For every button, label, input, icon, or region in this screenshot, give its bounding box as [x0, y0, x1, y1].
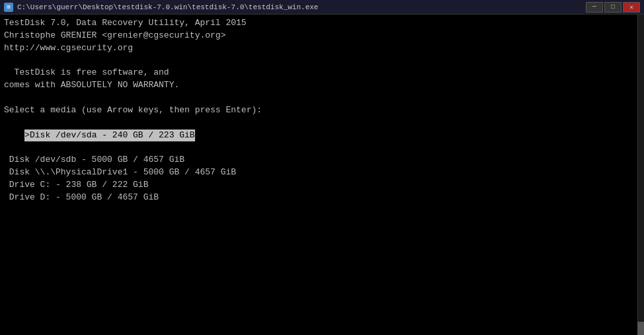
terminal-line-3: http://www.cgsecurity.org [4, 42, 640, 55]
scrollbar[interactable] [637, 15, 644, 335]
terminal-line-1: TestDisk 7.0, Data Recovery Utility, Apr… [4, 17, 640, 30]
app-icon: ⊞ [4, 3, 13, 12]
spacer-9 [4, 303, 640, 316]
terminal-blank-1 [4, 55, 640, 67]
disk-physical[interactable]: Disk \\.\PhysicalDrive1 - 5000 GB / 4657… [4, 167, 640, 179]
terminal-blank-2 [4, 92, 640, 104]
terminal-line-2: Christophe GRENIER <grenier@cgsecurity.o… [4, 30, 640, 42]
spacer-7 [4, 279, 640, 291]
spacer-11 [4, 328, 640, 335]
drive-d[interactable]: Drive D: - 5000 GB / 4657 GiB [4, 192, 640, 204]
terminal-window: TestDisk 7.0, Data Recovery Utility, Apr… [0, 15, 644, 335]
title-bar-controls: ─ □ ✕ [586, 2, 640, 13]
spacer-3 [4, 229, 640, 241]
terminal-line-6: comes with ABSOLUTELY NO WARRANTY. [4, 79, 640, 92]
spacer-2 [4, 217, 640, 229]
spacer-4 [4, 241, 640, 254]
disk-sdb[interactable]: Disk /dev/sdb - 5000 GB / 4657 GiB [4, 154, 640, 167]
scrollbar-thumb[interactable] [637, 322, 644, 335]
terminal-line-5: TestDisk is free software, and [4, 67, 640, 79]
title-bar: ⊞ C:\Users\guerr\Desktop\testdisk-7.0.wi… [0, 0, 644, 15]
spacer-6 [4, 266, 640, 279]
maximize-button[interactable]: □ [604, 2, 622, 13]
terminal-select-prompt: Select a media (use Arrow keys, then pre… [4, 104, 640, 117]
minimize-button[interactable]: ─ [586, 2, 603, 13]
selected-disk-highlight[interactable]: >Disk /dev/sda - 240 GB / 223 GiB [24, 130, 194, 142]
spacer-10 [4, 316, 640, 328]
title-bar-left: ⊞ C:\Users\guerr\Desktop\testdisk-7.0.wi… [4, 3, 318, 12]
title-bar-path: C:\Users\guerr\Desktop\testdisk-7.0.win\… [17, 3, 318, 11]
drive-c[interactable]: Drive C: - 238 GB / 222 GiB [4, 179, 640, 192]
close-button[interactable]: ✕ [623, 2, 640, 13]
disk-sda-selected[interactable]: >Disk /dev/sda - 240 GB / 223 GiB [4, 117, 640, 155]
spacer-1 [4, 204, 640, 217]
spacer-5 [4, 254, 640, 266]
spacer-8 [4, 291, 640, 304]
